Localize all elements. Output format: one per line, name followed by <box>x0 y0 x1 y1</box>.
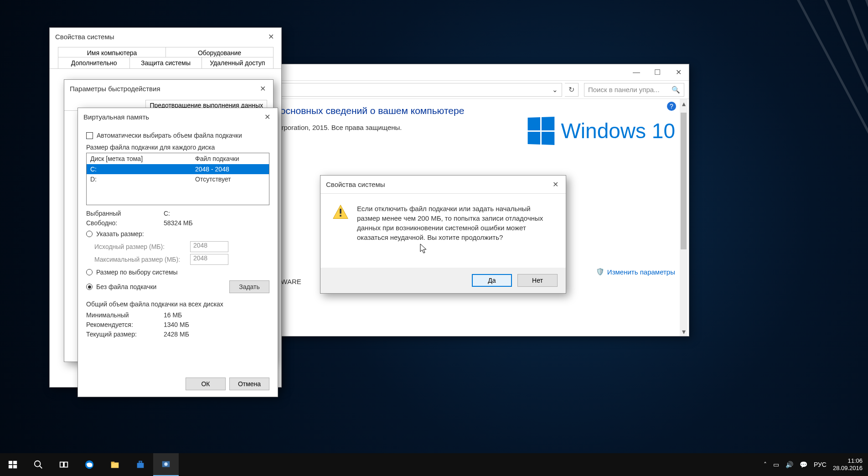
dialog-title: Параметры быстродействия <box>70 85 160 93</box>
svg-rect-15 <box>139 461 142 463</box>
svg-point-17 <box>164 462 167 466</box>
virtual-memory-dialog: Виртуальная память Автоматически выбират… <box>78 108 278 397</box>
drive-row[interactable]: D:Отсутствует <box>87 174 269 184</box>
svg-rect-1 <box>340 209 341 214</box>
drive-row[interactable]: C:2048 - 2048 <box>87 164 269 174</box>
clock[interactable]: 11:06 28.09.2016 <box>833 457 863 471</box>
change-settings-link[interactable]: 🛡️ Изменить параметры <box>596 268 675 276</box>
language-indicator[interactable]: РУС <box>814 461 827 468</box>
close-button[interactable] <box>252 80 273 97</box>
tab-remote[interactable]: Удаленный доступ <box>202 57 274 68</box>
warning-icon <box>332 204 349 220</box>
scrollbar-thumb[interactable] <box>681 113 687 249</box>
close-button[interactable] <box>545 176 566 193</box>
scroll-down-icon[interactable]: ▾ <box>680 327 687 336</box>
cancel-button[interactable]: Отмена <box>229 378 269 390</box>
taskbar-edge[interactable] <box>77 453 102 476</box>
section-label: Размер файла подкачки для каждого диска <box>86 144 269 151</box>
maximize-button[interactable] <box>647 64 668 81</box>
dialog-titlebar: Свойства системы <box>50 28 281 45</box>
svg-rect-9 <box>60 462 63 467</box>
tab-system-protection[interactable]: Защита системы <box>129 57 202 68</box>
radio-no-pagefile[interactable]: Без файла подкачки <box>86 283 229 290</box>
dialog-title: Виртуальная память <box>83 113 149 121</box>
svg-rect-14 <box>137 463 144 468</box>
radio-system-size[interactable]: Размер по выбору системы <box>86 269 269 276</box>
message-text: Если отключить файл подкачки или задать … <box>357 204 554 242</box>
svg-rect-10 <box>64 462 67 467</box>
scroll-up-icon[interactable]: ▴ <box>680 99 687 108</box>
set-button[interactable]: Задать <box>229 280 269 293</box>
close-button[interactable] <box>260 28 281 45</box>
close-button[interactable] <box>257 108 278 125</box>
svg-rect-13 <box>111 462 114 464</box>
dialog-title: Свойства системы <box>326 181 385 188</box>
notifications-icon[interactable]: 💬 <box>800 461 807 468</box>
checkbox-icon <box>86 132 93 139</box>
max-size-input[interactable]: 2048 <box>190 254 228 265</box>
tabs: Имя компьютера Оборудование Дополнительн… <box>50 45 281 69</box>
dialog-titlebar: Виртуальная память <box>78 108 278 125</box>
tray-expand-icon[interactable]: ˄ <box>764 461 767 468</box>
drive-list[interactable]: Диск [метка тома]Файл подкачки C:2048 - … <box>86 153 269 205</box>
auto-manage-checkbox[interactable]: Автоматически выбирать объем файла подка… <box>86 132 269 139</box>
task-view-button[interactable] <box>51 453 77 476</box>
svg-point-7 <box>35 461 41 467</box>
taskbar-control-panel[interactable] <box>153 453 179 476</box>
scrollbar[interactable]: ▴ ▾ <box>680 99 687 336</box>
radio-icon <box>86 231 93 237</box>
refresh-button[interactable]: ↻ <box>565 83 579 97</box>
warning-messagebox: Свойства системы Если отключить файл под… <box>320 175 566 294</box>
yes-button[interactable]: Да <box>472 274 512 287</box>
svg-rect-3 <box>9 461 12 464</box>
svg-rect-4 <box>13 461 17 464</box>
svg-line-8 <box>40 466 42 469</box>
shield-icon: 🛡️ <box>596 268 604 276</box>
close-button[interactable] <box>668 64 689 81</box>
section-label: Общий объем файла подкачки на всех диска… <box>86 300 269 308</box>
radio-icon <box>86 269 93 275</box>
taskbar-explorer[interactable] <box>102 453 128 476</box>
no-button[interactable]: Нет <box>517 274 558 287</box>
search-icon: 🔍 <box>672 86 680 94</box>
ok-button[interactable]: ОК <box>186 378 226 390</box>
dialog-title: Свойства системы <box>55 33 114 41</box>
chevron-down-icon[interactable]: ⌄ <box>552 86 558 94</box>
radio-icon <box>86 284 93 290</box>
tab-advanced[interactable]: Дополнительно <box>58 57 130 68</box>
system-tray: ˄ ▭ 🔊 💬 РУС 11:06 28.09.2016 <box>764 457 868 471</box>
taskbar-store[interactable] <box>128 453 153 476</box>
radio-custom-size[interactable]: Указать размер: <box>86 230 269 238</box>
help-icon[interactable]: ? <box>667 102 676 111</box>
dialog-titlebar: Свойства системы <box>320 176 566 194</box>
page-title: Просмотр основных сведений о вашем компь… <box>234 105 680 116</box>
volume-icon[interactable]: 🔊 <box>785 461 793 468</box>
svg-rect-2 <box>340 215 341 217</box>
search-input[interactable]: Поиск в панели упра... 🔍 <box>584 83 684 97</box>
initial-size-input[interactable]: 2048 <box>190 241 228 252</box>
svg-rect-6 <box>13 465 17 468</box>
network-icon[interactable]: ▭ <box>773 461 779 468</box>
taskbar: ˄ ▭ 🔊 💬 РУС 11:06 28.09.2016 <box>0 453 868 476</box>
start-button[interactable] <box>0 453 26 476</box>
minimize-button[interactable] <box>626 64 647 81</box>
search-button[interactable] <box>26 453 51 476</box>
dialog-titlebar: Параметры быстродействия <box>64 80 273 97</box>
windows-10-logo: Windows 10 <box>527 117 675 145</box>
svg-rect-5 <box>9 465 12 468</box>
